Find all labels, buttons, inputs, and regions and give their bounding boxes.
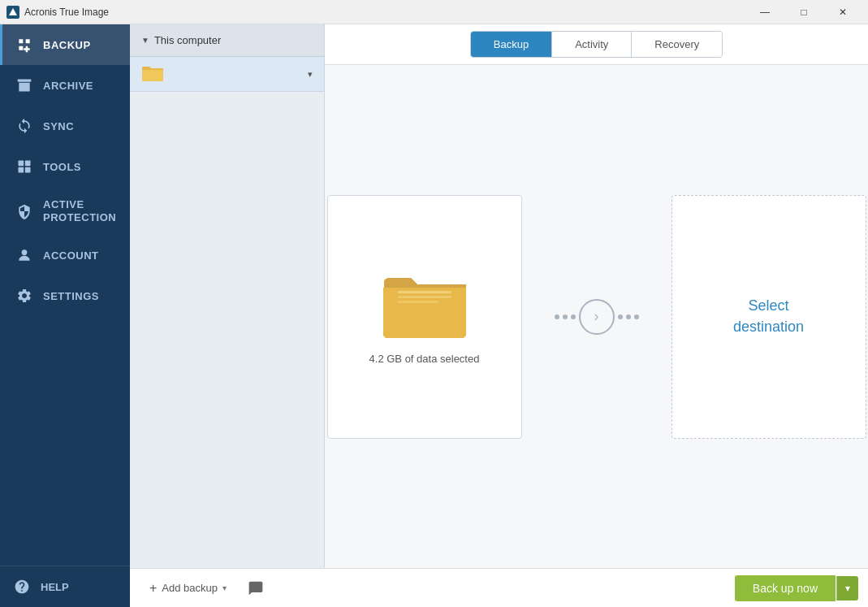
sidebar-label-active-protection: ACTIVE PROTECTION <box>43 198 116 223</box>
folder-large-icon <box>380 268 469 340</box>
add-backup-button[interactable]: + Add backup ▾ <box>140 576 236 600</box>
backup-workspace: 4.2 GB of data selected › Sele <box>325 65 868 568</box>
window-controls: — □ ✕ <box>746 0 862 24</box>
sidebar-label-account: ACCOUNT <box>43 249 99 262</box>
sidebar-label-tools: TOOLS <box>43 161 81 173</box>
svg-rect-1 <box>19 161 24 167</box>
account-icon <box>15 246 33 264</box>
backup-now-dropdown[interactable]: ▾ <box>836 576 858 600</box>
help-icon <box>13 578 31 596</box>
svg-rect-0 <box>18 80 32 82</box>
chat-button[interactable] <box>243 575 269 601</box>
svg-rect-3 <box>19 167 24 173</box>
sidebar-item-account[interactable]: ACCOUNT <box>0 235 130 275</box>
chat-icon <box>248 580 264 596</box>
source-header[interactable]: ▼ This computer <box>130 24 324 57</box>
svg-rect-7 <box>398 296 451 298</box>
sidebar-item-sync[interactable]: SYNC <box>0 106 130 146</box>
tab-backup[interactable]: Backup <box>471 32 552 57</box>
maximize-button[interactable]: □ <box>785 0 823 24</box>
connector-dot-left <box>555 314 559 319</box>
destination-label: Selectdestination <box>733 296 804 336</box>
backup-data-label: 4.2 GB of data selected <box>369 353 480 365</box>
title-bar-left: Acronis True Image <box>6 6 109 19</box>
connector-dot-right3 <box>634 314 639 319</box>
minimize-button[interactable]: — <box>746 0 784 24</box>
sidebar-item-active-protection[interactable]: ACTIVE PROTECTION <box>0 187 130 235</box>
app-title: Acronis True Image <box>24 7 109 18</box>
add-backup-chevron: ▾ <box>222 583 227 592</box>
connector-dot-left2 <box>563 314 568 319</box>
tab-group: Backup Activity Recovery <box>470 31 723 58</box>
bottom-left: + Add backup ▾ <box>140 575 269 601</box>
sidebar-item-tools[interactable]: TOOLS <box>0 146 130 187</box>
sidebar-spacer <box>0 316 130 566</box>
settings-icon <box>15 287 33 305</box>
connector-dot-right2 <box>626 314 631 319</box>
add-backup-plus: + <box>149 581 157 596</box>
right-panel: ▼ This computer ▾ Backup <box>130 24 868 607</box>
sidebar-label-settings: SETTINGS <box>43 290 99 302</box>
backup-icon <box>15 36 33 54</box>
add-backup-label: Add backup <box>162 582 218 594</box>
title-bar: Acronis True Image — □ ✕ <box>0 0 868 24</box>
tab-recovery[interactable]: Recovery <box>632 32 722 57</box>
sidebar-label-archive: ARCHIVE <box>43 80 93 92</box>
sidebar-item-settings[interactable]: SETTINGS <box>0 275 130 316</box>
source-item-chevron: ▾ <box>308 69 313 80</box>
sidebar-item-archive[interactable]: ARCHIVE <box>0 65 130 106</box>
svg-point-5 <box>22 250 28 256</box>
backup-now-button[interactable]: Back up now <box>735 575 836 601</box>
source-panel: ▼ This computer ▾ <box>130 24 325 568</box>
connector-dot-left3 <box>571 314 576 319</box>
svg-rect-4 <box>25 167 31 173</box>
middle-row: ▼ This computer ▾ Backup <box>130 24 868 568</box>
source-item-folder[interactable]: ▾ <box>130 57 324 92</box>
sidebar: BACKUP ARCHIVE SYNC TOOLS ACTIV <box>0 24 130 607</box>
sidebar-label-backup: BACKUP <box>43 39 91 51</box>
sidebar-item-backup[interactable]: BACKUP <box>0 24 130 65</box>
connector: › <box>555 299 639 335</box>
source-backup-card[interactable]: 4.2 GB of data selected <box>327 195 522 439</box>
destination-card[interactable]: Selectdestination <box>672 195 866 439</box>
app-body: BACKUP ARCHIVE SYNC TOOLS ACTIV <box>0 24 868 607</box>
sidebar-label-sync: SYNC <box>43 120 74 132</box>
svg-rect-8 <box>398 301 438 303</box>
svg-rect-2 <box>25 161 31 167</box>
tab-activity[interactable]: Activity <box>552 32 632 57</box>
source-header-text: This computer <box>154 34 221 46</box>
sidebar-label-help: HELP <box>41 581 69 593</box>
main-content: Backup Activity Recovery <box>325 24 868 568</box>
bottom-bar: + Add backup ▾ Back up now ▾ <box>130 568 868 607</box>
app-icon <box>6 6 19 19</box>
connector-arrow: › <box>579 299 615 335</box>
folder-small-icon <box>141 65 164 83</box>
sidebar-item-help[interactable]: HELP <box>0 566 130 607</box>
tools-icon <box>15 158 33 176</box>
close-button[interactable]: ✕ <box>824 0 862 24</box>
svg-rect-6 <box>398 291 451 293</box>
bottom-right: Back up now ▾ <box>735 575 858 601</box>
tab-bar: Backup Activity Recovery <box>325 24 868 65</box>
archive-icon <box>15 76 33 94</box>
sync-icon <box>15 117 33 135</box>
source-collapse-arrow: ▼ <box>141 36 149 45</box>
connector-dot-right <box>618 314 623 319</box>
active-protection-icon <box>15 202 33 220</box>
